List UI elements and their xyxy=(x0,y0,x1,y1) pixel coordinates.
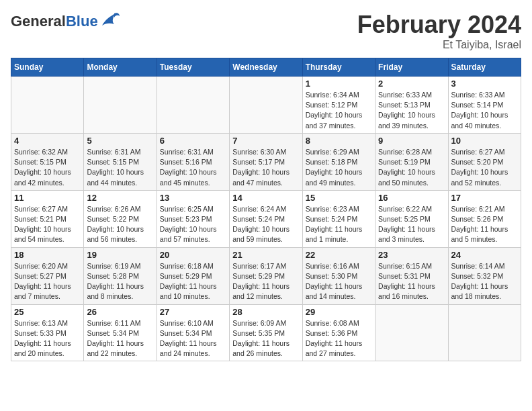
day-number: 7 xyxy=(232,136,299,146)
calendar-cell: 27Sunrise: 6:10 AMSunset: 5:34 PMDayligh… xyxy=(157,304,229,361)
calendar-cell: 7Sunrise: 6:30 AMSunset: 5:17 PMDaylight… xyxy=(230,133,302,190)
day-info: Sunrise: 6:18 AMSunset: 5:29 PMDaylight:… xyxy=(160,261,226,302)
calendar-cell: 12Sunrise: 6:26 AMSunset: 5:22 PMDayligh… xyxy=(84,190,157,247)
month-title: February 2024 xyxy=(357,11,521,39)
day-info: Sunrise: 6:30 AMSunset: 5:17 PMDaylight:… xyxy=(232,147,299,188)
logo-bird-icon xyxy=(101,11,121,32)
day-number: 17 xyxy=(451,193,518,203)
day-number: 27 xyxy=(160,307,226,317)
weekday-header-friday: Friday xyxy=(375,58,448,77)
calendar-cell: 5Sunrise: 6:31 AMSunset: 5:15 PMDaylight… xyxy=(84,133,157,190)
weekday-header-sunday: Sunday xyxy=(11,58,84,77)
day-number: 9 xyxy=(378,136,445,146)
calendar-cell: 28Sunrise: 6:09 AMSunset: 5:35 PMDayligh… xyxy=(230,304,302,361)
calendar-cell: 16Sunrise: 6:22 AMSunset: 5:25 PMDayligh… xyxy=(375,190,448,247)
weekday-header-tuesday: Tuesday xyxy=(157,58,229,77)
day-number: 8 xyxy=(306,136,372,146)
day-info: Sunrise: 6:27 AMSunset: 5:21 PMDaylight:… xyxy=(14,204,81,245)
day-info: Sunrise: 6:08 AMSunset: 5:36 PMDaylight:… xyxy=(306,318,372,359)
day-number: 2 xyxy=(378,79,445,89)
day-info: Sunrise: 6:22 AMSunset: 5:25 PMDaylight:… xyxy=(378,204,445,245)
calendar-cell: 2Sunrise: 6:33 AMSunset: 5:13 PMDaylight… xyxy=(375,77,448,134)
calendar-cell: 23Sunrise: 6:15 AMSunset: 5:31 PMDayligh… xyxy=(375,247,448,304)
calendar-cell xyxy=(230,77,302,134)
logo-blue: Blue xyxy=(66,13,98,30)
day-number: 12 xyxy=(87,193,153,203)
calendar-cell: 19Sunrise: 6:19 AMSunset: 5:28 PMDayligh… xyxy=(84,247,157,304)
calendar-cell: 4Sunrise: 6:32 AMSunset: 5:15 PMDaylight… xyxy=(11,133,84,190)
calendar-cell: 6Sunrise: 6:31 AMSunset: 5:16 PMDaylight… xyxy=(157,133,229,190)
day-number: 19 xyxy=(87,250,153,260)
day-info: Sunrise: 6:24 AMSunset: 5:24 PMDaylight:… xyxy=(232,204,299,245)
calendar-cell: 15Sunrise: 6:23 AMSunset: 5:24 PMDayligh… xyxy=(302,190,375,247)
day-info: Sunrise: 6:29 AMSunset: 5:18 PMDaylight:… xyxy=(306,147,372,188)
title-block: February 2024 Et Taiyiba, Israel xyxy=(357,11,521,51)
calendar-cell: 14Sunrise: 6:24 AMSunset: 5:24 PMDayligh… xyxy=(230,190,302,247)
day-info: Sunrise: 6:14 AMSunset: 5:32 PMDaylight:… xyxy=(451,261,518,302)
weekday-header-row: SundayMondayTuesdayWednesdayThursdayFrid… xyxy=(11,58,521,77)
day-info: Sunrise: 6:27 AMSunset: 5:20 PMDaylight:… xyxy=(451,147,518,188)
page-header: GeneralBlue February 2024 Et Taiyiba, Is… xyxy=(11,11,521,51)
day-number: 6 xyxy=(160,136,226,146)
calendar-week-row: 11Sunrise: 6:27 AMSunset: 5:21 PMDayligh… xyxy=(11,190,521,247)
day-info: Sunrise: 6:28 AMSunset: 5:19 PMDaylight:… xyxy=(378,147,445,188)
day-number: 23 xyxy=(378,250,445,260)
day-number: 11 xyxy=(14,193,81,203)
logo-general: General xyxy=(11,13,66,30)
calendar-cell xyxy=(157,77,229,134)
calendar-cell: 17Sunrise: 6:21 AMSunset: 5:26 PMDayligh… xyxy=(448,190,521,247)
calendar-cell: 13Sunrise: 6:25 AMSunset: 5:23 PMDayligh… xyxy=(157,190,229,247)
day-info: Sunrise: 6:10 AMSunset: 5:34 PMDaylight:… xyxy=(160,318,226,359)
calendar-cell xyxy=(375,304,448,361)
calendar-week-row: 25Sunrise: 6:13 AMSunset: 5:33 PMDayligh… xyxy=(11,304,521,361)
calendar-week-row: 18Sunrise: 6:20 AMSunset: 5:27 PMDayligh… xyxy=(11,247,521,304)
day-info: Sunrise: 6:32 AMSunset: 5:15 PMDaylight:… xyxy=(14,147,81,188)
day-number: 18 xyxy=(14,250,81,260)
weekday-header-wednesday: Wednesday xyxy=(230,58,302,77)
day-info: Sunrise: 6:25 AMSunset: 5:23 PMDaylight:… xyxy=(160,204,226,245)
day-number: 20 xyxy=(160,250,226,260)
day-info: Sunrise: 6:31 AMSunset: 5:16 PMDaylight:… xyxy=(160,147,226,188)
day-number: 10 xyxy=(451,136,518,146)
day-number: 5 xyxy=(87,136,153,146)
calendar-week-row: 4Sunrise: 6:32 AMSunset: 5:15 PMDaylight… xyxy=(11,133,521,190)
day-info: Sunrise: 6:26 AMSunset: 5:22 PMDaylight:… xyxy=(87,204,153,245)
weekday-header-saturday: Saturday xyxy=(448,58,521,77)
day-info: Sunrise: 6:16 AMSunset: 5:30 PMDaylight:… xyxy=(306,261,372,302)
day-info: Sunrise: 6:33 AMSunset: 5:14 PMDaylight:… xyxy=(451,90,518,131)
day-info: Sunrise: 6:17 AMSunset: 5:29 PMDaylight:… xyxy=(232,261,299,302)
day-number: 14 xyxy=(232,193,299,203)
day-info: Sunrise: 6:11 AMSunset: 5:34 PMDaylight:… xyxy=(87,318,153,359)
calendar-cell: 18Sunrise: 6:20 AMSunset: 5:27 PMDayligh… xyxy=(11,247,84,304)
calendar-cell: 11Sunrise: 6:27 AMSunset: 5:21 PMDayligh… xyxy=(11,190,84,247)
calendar-cell: 21Sunrise: 6:17 AMSunset: 5:29 PMDayligh… xyxy=(230,247,302,304)
day-info: Sunrise: 6:31 AMSunset: 5:15 PMDaylight:… xyxy=(87,147,153,188)
calendar-cell: 24Sunrise: 6:14 AMSunset: 5:32 PMDayligh… xyxy=(448,247,521,304)
calendar-week-row: 1Sunrise: 6:34 AMSunset: 5:12 PMDaylight… xyxy=(11,77,521,134)
calendar-cell: 29Sunrise: 6:08 AMSunset: 5:36 PMDayligh… xyxy=(302,304,375,361)
logo: GeneralBlue xyxy=(11,11,121,32)
location: Et Taiyiba, Israel xyxy=(357,39,521,51)
day-info: Sunrise: 6:33 AMSunset: 5:13 PMDaylight:… xyxy=(378,90,445,131)
day-info: Sunrise: 6:09 AMSunset: 5:35 PMDaylight:… xyxy=(232,318,299,359)
day-info: Sunrise: 6:21 AMSunset: 5:26 PMDaylight:… xyxy=(451,204,518,245)
day-info: Sunrise: 6:23 AMSunset: 5:24 PMDaylight:… xyxy=(306,204,372,245)
calendar-cell: 1Sunrise: 6:34 AMSunset: 5:12 PMDaylight… xyxy=(302,77,375,134)
day-number: 16 xyxy=(378,193,445,203)
day-number: 26 xyxy=(87,307,153,317)
weekday-header-thursday: Thursday xyxy=(302,58,375,77)
day-info: Sunrise: 6:13 AMSunset: 5:33 PMDaylight:… xyxy=(14,318,81,359)
calendar-cell: 25Sunrise: 6:13 AMSunset: 5:33 PMDayligh… xyxy=(11,304,84,361)
day-number: 15 xyxy=(306,193,372,203)
calendar-cell: 26Sunrise: 6:11 AMSunset: 5:34 PMDayligh… xyxy=(84,304,157,361)
day-number: 28 xyxy=(232,307,299,317)
day-number: 25 xyxy=(14,307,81,317)
day-number: 21 xyxy=(232,250,299,260)
day-number: 29 xyxy=(306,307,372,317)
day-number: 1 xyxy=(306,79,372,89)
logo-text: GeneralBlue xyxy=(11,11,121,32)
day-info: Sunrise: 6:15 AMSunset: 5:31 PMDaylight:… xyxy=(378,261,445,302)
calendar-cell: 22Sunrise: 6:16 AMSunset: 5:30 PMDayligh… xyxy=(302,247,375,304)
day-number: 24 xyxy=(451,250,518,260)
calendar-cell xyxy=(11,77,84,134)
